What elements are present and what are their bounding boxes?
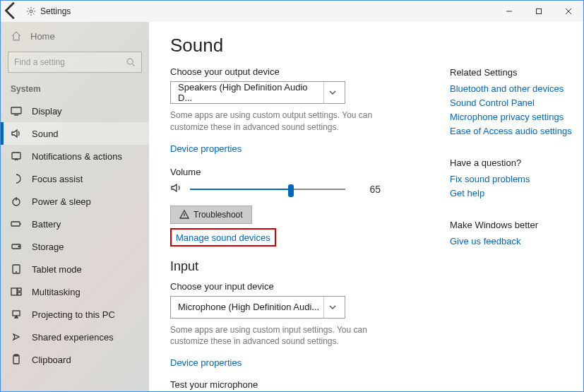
- related-settings-heading: Related Settings: [450, 67, 583, 78]
- page-title: Sound: [170, 35, 437, 57]
- clipboard-icon: [11, 354, 22, 365]
- svg-rect-10: [11, 288, 17, 295]
- speaker-icon[interactable]: [170, 182, 183, 197]
- feedback-heading: Make Windows better: [450, 220, 583, 230]
- sidebar-item-focus-assist[interactable]: Focus assist: [1, 167, 149, 190]
- sidebar-item-battery[interactable]: Battery: [1, 213, 149, 235]
- output-device-dropdown[interactable]: Speakers (High Definition Audio D...: [170, 81, 345, 104]
- svg-rect-1: [537, 9, 542, 14]
- back-button[interactable]: [1, 0, 22, 23]
- sidebar-item-label: Sound: [32, 129, 59, 139]
- sidebar-item-label: Tablet mode: [32, 264, 82, 275]
- volume-value: 65: [352, 184, 381, 195]
- svg-rect-4: [12, 153, 20, 159]
- input-device-dropdown[interactable]: Microphone (High Definition Audi...: [170, 296, 345, 319]
- volume-slider[interactable]: [190, 183, 345, 196]
- sidebar-item-sound[interactable]: Sound: [1, 122, 149, 145]
- shared-icon: [11, 331, 22, 343]
- get-help-link[interactable]: Get help: [450, 188, 583, 198]
- sidebar-item-label: Power & sleep: [32, 196, 91, 207]
- window-title: Settings: [40, 6, 71, 16]
- notifications-icon: [11, 150, 22, 162]
- volume-label: Volume: [170, 167, 437, 177]
- bluetooth-link[interactable]: Bluetooth and other devices: [450, 83, 583, 94]
- focus-assist-icon: [11, 173, 22, 184]
- output-device-properties-link[interactable]: Device properties: [170, 143, 242, 154]
- svg-point-8: [18, 246, 20, 247]
- input-device-properties-link[interactable]: Device properties: [170, 357, 242, 368]
- sidebar-item-label: Focus assist: [32, 174, 83, 184]
- sidebar-item-label: Clipboard: [32, 355, 71, 365]
- warning-icon: [179, 210, 189, 220]
- test-mic-label: Test your microphone: [170, 379, 437, 390]
- home-icon: [11, 30, 22, 42]
- sidebar-item-multitasking[interactable]: Multitasking: [1, 280, 149, 303]
- svg-rect-6: [11, 222, 20, 226]
- fix-sound-link[interactable]: Fix sound problems: [450, 174, 583, 184]
- output-troubleshoot-button[interactable]: Troubleshoot: [170, 206, 252, 224]
- home-nav[interactable]: Home: [1, 25, 149, 47]
- input-hint: Some apps are using custom input setting…: [170, 324, 403, 348]
- power-icon: [11, 196, 22, 207]
- svg-point-0: [30, 10, 32, 13]
- sidebar-item-tablet-mode[interactable]: Tablet mode: [1, 258, 149, 280]
- manage-sound-devices-output-link[interactable]: Manage sound devices: [176, 232, 270, 243]
- minimize-button[interactable]: [494, 1, 524, 22]
- input-heading: Input: [170, 259, 437, 274]
- search-input[interactable]: Find a setting: [8, 52, 142, 73]
- sidebar-item-label: Notifications & actions: [32, 151, 122, 162]
- sidebar-item-label: Projecting to this PC: [32, 309, 115, 320]
- display-icon: [11, 105, 22, 117]
- output-hint: Some apps are using custom output settin…: [170, 109, 403, 133]
- close-button[interactable]: [554, 1, 583, 22]
- storage-icon: [11, 241, 22, 252]
- sidebar-item-label: Multitasking: [32, 287, 81, 297]
- svg-rect-11: [18, 288, 21, 291]
- titlebar: Settings: [1, 1, 583, 22]
- svg-point-2: [127, 59, 133, 64]
- sound-control-panel-link[interactable]: Sound Control Panel: [450, 97, 583, 108]
- multitasking-icon: [11, 286, 22, 297]
- sidebar-item-shared-experiences[interactable]: Shared experiences: [1, 326, 149, 348]
- mic-privacy-link[interactable]: Microphone privacy settings: [450, 112, 583, 122]
- tablet-icon: [11, 263, 22, 275]
- search-placeholder: Find a setting: [14, 57, 65, 67]
- search-icon: [126, 57, 136, 67]
- sidebar-item-storage[interactable]: Storage: [1, 235, 149, 258]
- input-device-label: Choose your input device: [170, 281, 437, 292]
- chevron-down-icon: [323, 82, 340, 103]
- sidebar-item-label: Shared experiences: [32, 332, 114, 343]
- input-device-selected: Microphone (High Definition Audi...: [178, 302, 319, 312]
- sidebar-item-display[interactable]: Display: [1, 100, 149, 122]
- group-system-label: System: [1, 81, 149, 100]
- sidebar-item-label: Storage: [32, 242, 64, 252]
- sidebar-item-notifications[interactable]: Notifications & actions: [1, 145, 149, 167]
- svg-rect-3: [11, 107, 21, 114]
- projecting-icon: [11, 309, 22, 320]
- chevron-down-icon: [323, 297, 340, 318]
- sidebar-item-projecting[interactable]: Projecting to this PC: [1, 303, 149, 326]
- sidebar-item-power-sleep[interactable]: Power & sleep: [1, 190, 149, 213]
- give-feedback-link[interactable]: Give us feedback: [450, 236, 583, 247]
- ease-of-access-link[interactable]: Ease of Access audio settings: [450, 126, 583, 136]
- sidebar-item-label: Display: [32, 106, 62, 117]
- aside-panel: Related Settings Bluetooth and other dev…: [450, 35, 583, 374]
- main-panel: Sound Choose your output device Speakers…: [170, 35, 437, 374]
- question-heading: Have a question?: [450, 158, 583, 168]
- output-device-selected: Speakers (High Definition Audio D...: [178, 82, 323, 103]
- battery-icon: [11, 218, 22, 230]
- sidebar: Home Find a setting System Display Sound: [1, 22, 149, 391]
- home-label: Home: [30, 31, 55, 42]
- troubleshoot-label: Troubleshoot: [193, 210, 243, 220]
- sound-icon: [11, 128, 22, 139]
- output-device-label: Choose your output device: [170, 66, 437, 77]
- maximize-button[interactable]: [524, 1, 554, 22]
- settings-icon: [26, 6, 36, 16]
- sidebar-item-clipboard[interactable]: Clipboard: [1, 348, 149, 371]
- svg-rect-14: [13, 355, 19, 364]
- svg-rect-12: [18, 292, 21, 295]
- sidebar-item-label: Battery: [32, 219, 61, 230]
